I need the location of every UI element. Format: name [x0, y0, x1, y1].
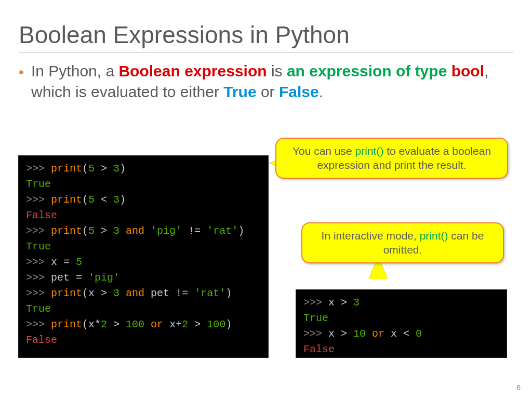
code-num: 3: [113, 163, 119, 175]
code-fn: print: [51, 318, 82, 330]
code-prompt: >>>: [26, 272, 51, 284]
code-prompt: >>>: [26, 194, 51, 206]
kw-expr-type: an expression of type: [287, 62, 451, 79]
code-prompt: >>>: [303, 328, 328, 340]
code-paren: ): [119, 194, 126, 206]
code-op: >: [341, 297, 353, 309]
code-paren: (: [82, 287, 88, 299]
code-num: 2: [182, 318, 188, 330]
code-paren: ): [119, 163, 126, 175]
code-num: 3: [113, 287, 119, 299]
code-num: 5: [88, 163, 95, 175]
code-op: >: [188, 318, 207, 330]
code-num: 5: [88, 194, 95, 206]
code-expr: x+: [169, 318, 182, 330]
code-prompt: >>>: [26, 318, 51, 330]
code-var: x: [328, 297, 341, 309]
callout-interactive-mode: In interactive mode, print() can be omit…: [301, 222, 504, 263]
bullet-icon: •: [19, 63, 24, 82]
code-num: 10: [353, 328, 366, 340]
code-num: 100: [126, 318, 144, 330]
code-block-main: >>> print(5 > 3) True >>> print(5 < 3) F…: [19, 156, 268, 357]
code-assign: pet =: [51, 272, 88, 284]
code-fn: print: [51, 194, 82, 206]
code-op: <: [95, 194, 113, 206]
code-op: >: [341, 328, 353, 340]
code-num: 100: [207, 318, 225, 330]
text-seg: or: [257, 83, 279, 100]
code-paren: ): [225, 287, 232, 299]
code-op: <: [403, 328, 416, 340]
code-assign: x =: [51, 256, 76, 268]
text-seg: .: [319, 83, 323, 100]
callout-print-evaluate: You can use print() to evaluate a boolea…: [275, 138, 508, 179]
code-fn: print: [51, 225, 82, 237]
slide: Boolean Expressions in Python • In Pytho…: [0, 0, 532, 399]
callout-text: In interactive mode,: [322, 230, 420, 242]
kw-true: True: [223, 83, 256, 100]
code-kw: or: [366, 328, 391, 340]
code-str: 'rat': [194, 287, 225, 299]
code-block-interactive: >>> x > 3 True >>> x > 10 or x < 0 False: [296, 290, 507, 357]
code-prompt: >>>: [26, 287, 51, 299]
code-num: 5: [76, 256, 82, 268]
page-number: 6: [516, 383, 521, 392]
code-num: 2: [101, 318, 107, 330]
callout-fn: print(): [355, 145, 384, 157]
callout-text: You can use: [292, 145, 355, 157]
code-prompt: >>>: [303, 297, 328, 309]
text-seg: In Python, a: [31, 62, 118, 79]
code-str: 'pig': [151, 225, 182, 237]
callout-fn: print(): [420, 230, 448, 242]
code-op: !=: [176, 287, 194, 299]
code-fn: print: [51, 287, 82, 299]
code-prompt: >>>: [26, 256, 51, 268]
code-num: 5: [88, 225, 95, 237]
code-op: >: [107, 318, 126, 330]
code-num: 3: [113, 225, 119, 237]
code-num: 0: [416, 328, 422, 340]
code-paren: ): [238, 225, 244, 237]
code-var: x: [328, 328, 341, 340]
code-output: True: [26, 303, 51, 315]
code-prompt: >>>: [26, 163, 51, 175]
code-op: >: [95, 225, 113, 237]
bullet-text: • In Python, a Boolean expression is an …: [19, 61, 513, 102]
code-output: True: [303, 312, 328, 324]
code-paren: ): [225, 318, 232, 330]
code-expr: x*: [88, 318, 101, 330]
code-kw: and: [119, 287, 151, 299]
kw-bool: bool: [451, 62, 484, 79]
code-output: True: [26, 178, 51, 190]
code-var: x: [391, 328, 403, 340]
code-str: 'rat': [207, 225, 238, 237]
code-paren: (: [82, 163, 88, 175]
code-op: >: [95, 163, 113, 175]
code-op: >: [101, 287, 113, 299]
title-block: Boolean Expressions in Python: [19, 21, 513, 52]
code-output: False: [26, 209, 57, 221]
code-kw: or: [144, 318, 169, 330]
code-num: 3: [113, 194, 119, 206]
kw-boolean-expression: Boolean expression: [118, 62, 267, 79]
slide-title: Boolean Expressions in Python: [19, 21, 513, 49]
code-paren: (: [82, 318, 88, 330]
code-op: !=: [182, 225, 207, 237]
code-kw: and: [119, 225, 151, 237]
code-output: True: [26, 241, 51, 252]
kw-false: False: [279, 83, 319, 100]
code-output: False: [303, 343, 335, 355]
code-prompt: >>>: [26, 225, 51, 237]
code-output: False: [26, 334, 57, 346]
code-paren: (: [82, 194, 88, 206]
text-seg: is: [267, 62, 287, 79]
code-fn: print: [51, 163, 82, 175]
code-str: 'pig': [88, 272, 119, 284]
code-paren: (: [82, 225, 88, 237]
code-var: pet: [151, 287, 176, 299]
code-num: 3: [353, 297, 360, 309]
code-var: x: [88, 287, 101, 299]
